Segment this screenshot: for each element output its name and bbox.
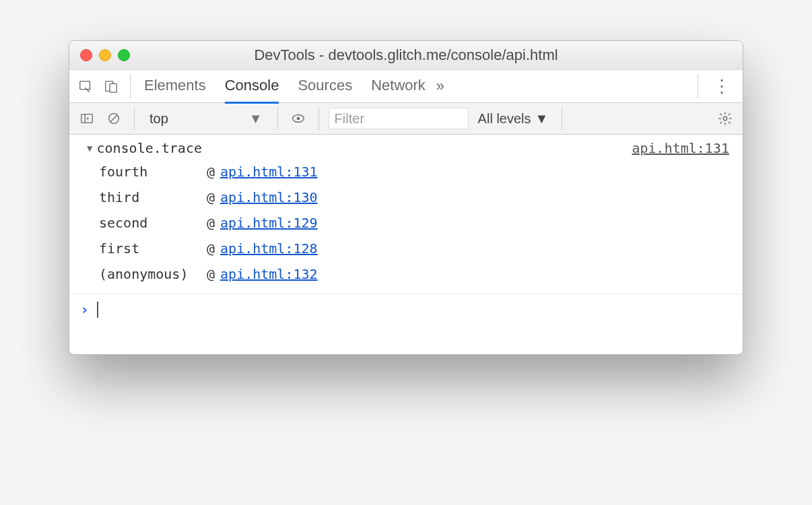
- at-sign: @: [207, 159, 215, 184]
- panel-tabs: Elements Console Sources Network: [144, 69, 426, 104]
- log-levels-selector[interactable]: All levels ▼: [474, 111, 553, 127]
- stack-frame: second @ api.html:129: [99, 210, 743, 236]
- console-output: ▼ console.trace api.html:131 fourth @ ap…: [69, 135, 743, 354]
- stack-frame-link[interactable]: api.html:131: [220, 159, 318, 184]
- collapse-icon[interactable]: ▼: [87, 143, 92, 154]
- svg-point-9: [723, 116, 727, 121]
- trace-label: console.trace: [96, 140, 202, 156]
- tab-console[interactable]: Console: [225, 69, 279, 104]
- sidebar-toggle-icon[interactable]: [76, 108, 98, 129]
- trace-source-link[interactable]: api.html:131: [632, 140, 730, 156]
- stack-frame: third @ api.html:130: [99, 184, 743, 210]
- close-window-button[interactable]: [80, 49, 92, 61]
- log-levels-label: All levels: [478, 111, 531, 127]
- stack-frame-link[interactable]: api.html:130: [220, 184, 318, 210]
- svg-rect-0: [80, 81, 90, 90]
- live-expression-icon[interactable]: [287, 108, 309, 129]
- divider: [318, 107, 319, 130]
- stack-frame-name: second: [99, 210, 207, 236]
- at-sign: @: [207, 261, 215, 287]
- console-filter-input[interactable]: [329, 108, 469, 129]
- stack-frame: fourth @ api.html:131: [99, 159, 743, 184]
- console-prompt[interactable]: ›: [69, 294, 743, 325]
- execution-context-label: top: [149, 111, 168, 127]
- svg-line-6: [110, 115, 116, 121]
- device-toolbar-icon[interactable]: [100, 75, 122, 97]
- window-controls: [69, 49, 130, 61]
- trace-header-row[interactable]: ▼ console.trace api.html:131: [69, 139, 743, 159]
- tabs-overflow-icon[interactable]: »: [430, 77, 451, 95]
- chevron-down-icon: ▼: [535, 111, 549, 127]
- stack-frame: first @ api.html:128: [99, 236, 743, 261]
- stack-frame-name: first: [99, 236, 207, 261]
- svg-rect-2: [110, 83, 116, 92]
- console-toolbar: top ▼ All levels ▼: [69, 103, 743, 135]
- stack-frame-name: fourth: [99, 159, 207, 184]
- stack-frame-name: (anonymous): [99, 261, 207, 287]
- stack-frame-link[interactable]: api.html:128: [220, 236, 318, 261]
- chevron-down-icon: ▼: [249, 111, 263, 127]
- console-settings-icon[interactable]: [714, 108, 736, 129]
- at-sign: @: [207, 184, 215, 210]
- window-title: DevTools - devtools.glitch.me/console/ap…: [69, 46, 743, 64]
- stack-frame-link[interactable]: api.html:129: [220, 210, 318, 236]
- devtools-window: DevTools - devtools.glitch.me/console/ap…: [69, 40, 743, 355]
- prompt-cue-icon: ›: [80, 301, 89, 318]
- stack-frame: (anonymous) @ api.html:132: [99, 261, 743, 287]
- maximize-window-button[interactable]: [118, 49, 130, 61]
- clear-console-icon[interactable]: [103, 108, 125, 129]
- devtools-tabstrip: Elements Console Sources Network » ⋮: [69, 70, 743, 103]
- tab-sources[interactable]: Sources: [298, 69, 352, 104]
- divider: [698, 74, 698, 98]
- stack-trace: fourth @ api.html:131 third @ api.html:1…: [69, 159, 743, 291]
- stack-frame-name: third: [99, 184, 207, 210]
- divider: [134, 107, 135, 130]
- stack-frame-link[interactable]: api.html:132: [220, 261, 318, 287]
- tab-network[interactable]: Network: [371, 69, 426, 104]
- devtools-menu-icon[interactable]: ⋮: [706, 77, 737, 95]
- inspect-element-icon[interactable]: [75, 75, 96, 97]
- divider: [277, 107, 278, 130]
- execution-context-selector[interactable]: top ▼: [144, 110, 268, 128]
- divider: [130, 74, 131, 98]
- tab-elements[interactable]: Elements: [144, 69, 206, 104]
- minimize-window-button[interactable]: [99, 49, 111, 61]
- titlebar: DevTools - devtools.glitch.me/console/ap…: [69, 41, 743, 70]
- at-sign: @: [207, 210, 215, 236]
- text-cursor: [97, 302, 98, 318]
- at-sign: @: [207, 236, 215, 261]
- svg-point-8: [296, 117, 300, 121]
- divider: [562, 107, 562, 130]
